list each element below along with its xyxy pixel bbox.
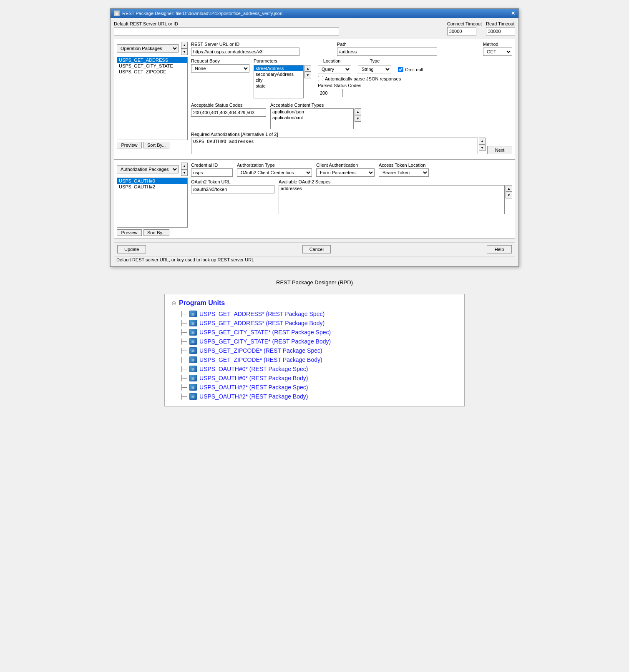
title-bar: ▦ REST Package Designer: file:D:\downloa… (111, 9, 518, 18)
scope-item[interactable]: addresses (279, 186, 504, 191)
operation-packages-dropdown[interactable]: Operation Packages (117, 44, 179, 53)
auth-packages-list[interactable]: USPS_OAUTH#0 USPS_OAUTH#2 (117, 178, 188, 228)
status-bar: Default REST server URL, or key used to … (114, 256, 515, 263)
client-auth-select[interactable]: Form Parameters Basic Auth Header (316, 168, 375, 177)
read-timeout-input[interactable] (486, 27, 515, 35)
acceptable-status-group: Acceptable Status Codes (191, 103, 266, 117)
available-scopes-list[interactable]: addresses (279, 185, 505, 214)
access-token-group: Access Token Location Bearer Token Heade… (379, 163, 429, 177)
tree-item-label: USPS_GET_ZIPCODE* (REST Package Body) (199, 356, 322, 363)
read-timeout-group: Read Timeout (486, 21, 515, 35)
tree-item: ├─ ▤ USPS_GET_ZIPCODE* (REST Package Bod… (180, 355, 458, 364)
cancel-button[interactable]: Cancel (302, 245, 331, 253)
list-item[interactable] (117, 80, 187, 86)
list-item[interactable] (117, 110, 187, 115)
auto-parse-checkbox[interactable] (318, 76, 323, 81)
oauth2-token-url-input[interactable] (191, 185, 274, 193)
content-scroll-down[interactable]: ▼ (355, 115, 361, 122)
list-item[interactable] (117, 86, 187, 92)
location-select[interactable]: Query Header Path (318, 65, 351, 73)
tree-item-label: USPS_OAUTH#0* (REST Package Spec) (199, 366, 308, 372)
list-item[interactable] (117, 98, 187, 104)
request-body-select[interactable]: None JSON XML Form (191, 64, 249, 73)
acceptable-status-label: Acceptable Status Codes (191, 103, 266, 108)
op-scroll-up-button[interactable]: ▲ (181, 42, 188, 48)
request-body-label: Request Body (191, 58, 249, 63)
param-item[interactable]: streetAddress (254, 65, 303, 71)
params-scroll-down[interactable]: ▼ (304, 72, 311, 78)
operation-packages-list[interactable]: USPS_GET_ADDRESS USPS_GET_CITY_STATE USP… (117, 57, 188, 140)
auth-packages-dropdown[interactable]: Authorization Packages (117, 165, 179, 173)
path-input[interactable] (337, 48, 437, 56)
path-group: Path (337, 42, 479, 56)
acceptable-content-label: Acceptable Content Types (270, 103, 512, 108)
param-item[interactable]: secondaryAddress (254, 71, 303, 77)
acceptable-status-input[interactable] (191, 108, 266, 117)
auth-scroll-up[interactable]: ▲ (479, 138, 486, 144)
access-token-select[interactable]: Bearer Token Header Query (379, 168, 429, 177)
content-types-list[interactable]: application/json application/xml (270, 108, 354, 129)
scopes-scroll-down[interactable]: ▼ (506, 192, 512, 198)
list-item[interactable] (117, 201, 187, 207)
server-url-input[interactable] (191, 48, 299, 56)
required-auth-label: Required Authorizations [Alternative 1 o… (191, 132, 512, 137)
list-item[interactable]: USPS_GET_CITY_STATE (117, 63, 187, 69)
params-list-with-scroll: streetAddress secondaryAddress city stat… (254, 65, 311, 98)
access-token-label: Access Token Location (379, 163, 429, 168)
content-type-item[interactable]: application/json (271, 109, 353, 115)
auth-sort-by-button[interactable]: Sort By... (143, 229, 169, 236)
connect-timeout-label: Connect Timeout (447, 21, 482, 26)
credential-id-input[interactable] (191, 168, 233, 177)
param-item[interactable]: city (254, 77, 303, 83)
method-select[interactable]: GET POST PUT DELETE PATCH (483, 48, 512, 56)
connect-timeout-input[interactable] (447, 27, 476, 35)
tree-item-label: USPS_OAUTH#0* (REST Package Body) (199, 375, 308, 381)
list-item[interactable] (117, 75, 187, 80)
method-label: Method (483, 42, 512, 47)
next-button[interactable]: Next (487, 146, 512, 154)
parsed-status-input[interactable] (318, 89, 343, 97)
content-scroll-up[interactable]: ▲ (355, 108, 361, 115)
list-item[interactable] (117, 104, 187, 110)
auth-type-select[interactable]: OAuth2 Client Credentials Basic Bearer T… (237, 168, 312, 177)
list-item[interactable] (117, 92, 187, 98)
param-item[interactable]: state (254, 83, 303, 89)
close-button[interactable]: ✕ (511, 10, 515, 16)
content-type-item[interactable]: application/xml (271, 115, 353, 120)
op-preview-button[interactable]: Preview (117, 142, 142, 148)
client-auth-group: Client Authentication Form Parameters Ba… (316, 163, 375, 177)
list-item[interactable]: USPS_OAUTH#2 (117, 184, 187, 190)
list-item[interactable]: USPS_OAUTH#0 (117, 178, 187, 184)
auth-pkg-scroll-buttons: ▲ ▼ (181, 163, 188, 176)
auth-scroll-down[interactable]: ▼ (479, 144, 486, 151)
default-url-input[interactable] (114, 27, 339, 35)
type-select[interactable]: String Integer Boolean Number (358, 65, 391, 73)
op-sort-by-button[interactable]: Sort By... (143, 142, 169, 148)
main-content: Operation Packages ▲ ▼ USPS_GET_ADDRESS … (114, 39, 515, 239)
required-auth-textarea[interactable]: USPS_OAUTH#0 addresses (191, 138, 478, 154)
parameters-list[interactable]: streetAddress secondaryAddress city stat… (254, 65, 304, 98)
list-item[interactable] (117, 190, 187, 196)
acceptable-content-group: Acceptable Content Types application/jso… (270, 103, 512, 129)
update-button[interactable]: Update (117, 245, 146, 253)
package-spec-icon: ▤ (189, 347, 197, 354)
scopes-scroll-up[interactable]: ▲ (506, 185, 512, 192)
op-scroll-down-button[interactable]: ▼ (181, 48, 188, 55)
help-button[interactable]: Help (487, 245, 512, 253)
list-item[interactable]: USPS_GET_ZIPCODE (117, 69, 187, 75)
list-item[interactable] (117, 207, 187, 213)
auth-details-panel: Credential ID Authorization Type OAuth2 … (191, 163, 512, 236)
tree-item: ├─ ▤ USPS_OAUTH#0* (REST Package Spec) (180, 364, 458, 374)
auth-pkg-scroll-up[interactable]: ▲ (181, 163, 188, 169)
auth-preview-button[interactable]: Preview (117, 229, 142, 236)
omit-null-checkbox[interactable] (398, 67, 403, 72)
list-item[interactable] (117, 213, 187, 219)
timeout-group: Connect Timeout Read Timeout (447, 21, 515, 35)
list-item[interactable] (117, 196, 187, 201)
list-item[interactable]: USPS_GET_ADDRESS (117, 57, 187, 63)
params-location-type-group: Parameters Location Type streetAddress s… (254, 58, 512, 100)
params-scroll-up[interactable]: ▲ (304, 65, 311, 72)
auth-pkg-scroll-down[interactable]: ▼ (181, 169, 188, 176)
params-scroll-buttons: ▲ ▼ (304, 65, 311, 98)
type-label: Type (370, 58, 380, 63)
